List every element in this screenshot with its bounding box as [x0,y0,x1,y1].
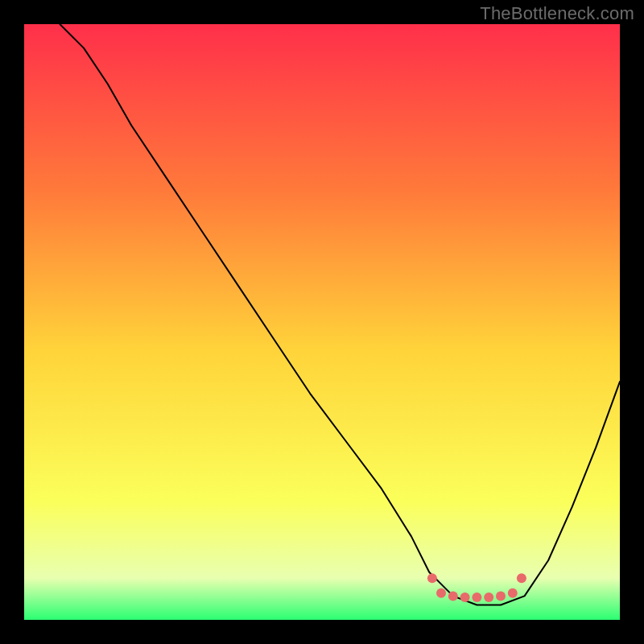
gradient-background [24,24,620,620]
curve-marker [460,592,470,602]
chart-frame: TheBottleneck.com [0,0,644,644]
curve-marker [517,573,526,583]
curve-marker [436,588,446,598]
plot-area [24,24,620,620]
curve-marker [484,592,493,602]
chart-svg [24,24,620,620]
curve-marker [496,591,506,601]
watermark: TheBottleneck.com [480,3,634,24]
curve-marker [508,588,518,598]
curve-marker [448,591,458,601]
curve-marker [472,592,481,602]
curve-marker [427,573,437,583]
